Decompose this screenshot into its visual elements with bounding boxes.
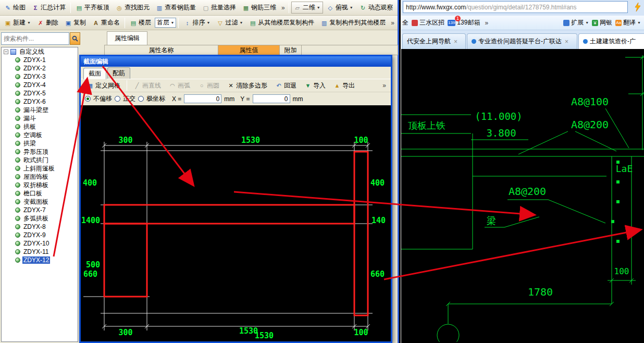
copy-from-floor-button[interactable]: ▤从其他楼层复制构件 <box>246 17 317 29</box>
menu-find-element[interactable]: ◎查找图元 <box>113 2 152 14</box>
tree-item[interactable]: 多弧拱板 <box>2 214 78 223</box>
column-property-name[interactable]: 属性名称 <box>105 45 218 55</box>
tree-item[interactable]: 漏斗 <box>2 114 78 123</box>
menu-rebar-3d[interactable]: ▦钢筋三维 <box>240 2 279 14</box>
menu-batch-select[interactable]: ▢批量选择 <box>200 2 239 14</box>
online-bank-button[interactable]: ¥网银 <box>592 18 612 27</box>
rename-button[interactable]: A重命名 <box>90 17 122 29</box>
tree-item[interactable]: 漏斗梁壁 <box>2 106 78 114</box>
menu-2d-view[interactable]: ▱二维▼ <box>291 2 323 14</box>
tree-item-selected[interactable]: ZDYX-12 <box>2 256 78 264</box>
tree-item[interactable]: 檐口板 <box>2 189 78 198</box>
tree-item[interactable]: ZDYX-9 <box>2 231 78 239</box>
copy-to-floor-button[interactable]: ▥复制构件到其他楼层 <box>318 17 388 29</box>
tree-item[interactable]: 屋面饰板 <box>2 173 78 181</box>
y-label: Y = <box>240 95 250 103</box>
tree-item[interactable]: 拱板 <box>2 123 78 131</box>
tree-root-custom-line[interactable]: −自定义线 <box>2 47 78 56</box>
tab-nav-site[interactable]: 代安全上网导航× <box>402 33 466 49</box>
align-top-icon: ▤ <box>76 4 83 11</box>
menu-top-view[interactable]: ◇俯视▼ <box>324 2 356 14</box>
component-tree: −自定义线 ZDYX-1 ZDYX-2 ZDYX-3 ZDYX-4 ZDYX-5… <box>1 47 78 342</box>
tree-item[interactable]: ZDYX-1 <box>2 56 78 64</box>
draw-circle-button[interactable]: ○画圆 <box>195 80 222 92</box>
dialog-titlebar[interactable]: 截面编辑 <box>81 56 391 67</box>
radio-ortho[interactable] <box>115 96 120 102</box>
section-canvas[interactable]: 300 1530 100 300 1530 1530 100 400 1400 … <box>81 105 391 341</box>
menu-summary-calc[interactable]: Σ汇总计算 <box>29 2 68 14</box>
tree-item[interactable]: ZDYX-11 <box>2 248 78 256</box>
toolbar-overflow-chevron[interactable]: » <box>381 82 388 89</box>
url-bar[interactable]: http://www.fwxgx.com/question/gimq/detai… <box>403 1 628 13</box>
favicon <box>472 39 476 44</box>
component-toolbar: ▣新建▼ ✗删除 ▣复制 A重命名 ▤楼层 首层▼ ↕排序▼ ▽过滤▼ ▤从其他… <box>0 16 398 30</box>
component-icon <box>15 241 20 246</box>
translate-button[interactable]: Aa翻译▼ <box>615 18 641 27</box>
tree-item[interactable]: 异形压顶 <box>2 148 78 156</box>
delete-icon: ✗ <box>37 19 44 27</box>
radio-polar[interactable] <box>138 96 144 102</box>
find-icon: ◎ <box>116 4 123 11</box>
delete-button[interactable]: ✗删除 <box>34 17 61 29</box>
menu-orbit[interactable]: ↻动态观察 <box>357 2 396 14</box>
tree-item[interactable]: ZDYX-10 <box>2 239 78 248</box>
close-icon[interactable]: × <box>453 38 457 45</box>
tree-item[interactable]: ZDYX-4 <box>2 81 78 89</box>
bookmarks-overflow-chevron[interactable]: » <box>483 19 490 27</box>
tree-item[interactable]: ZDYX-3 <box>2 72 78 81</box>
tree-item[interactable]: 欧式拱门 <box>2 156 78 164</box>
cad-viewer[interactable]: 顶板上铁 (11.000) 3.800 A8@100 A8@200 LaE A8… <box>401 49 644 343</box>
tree-item[interactable]: 上斜雨篷板 <box>2 164 78 173</box>
sigma-icon: Σ <box>32 4 39 11</box>
radio-no-offset[interactable] <box>85 96 91 102</box>
tab-property-editor[interactable]: 属性编辑 <box>107 31 147 45</box>
tree-item[interactable]: 空调板 <box>2 131 78 139</box>
new-button[interactable]: ▣新建▼ <box>2 17 33 29</box>
tree-item[interactable]: 双折梯板 <box>2 181 78 189</box>
search-icon <box>72 35 78 42</box>
draw-line-button[interactable]: ╱画直线 <box>131 80 164 92</box>
extensions-button[interactable]: 扩展▼ <box>563 18 589 27</box>
menu-label: 汇总计算 <box>41 3 66 12</box>
import-button[interactable]: ▼导入 <box>302 80 328 92</box>
tree-item[interactable]: 变截面板 <box>2 198 78 206</box>
tab-section[interactable]: 截面 <box>83 68 106 79</box>
bookmark-139-mail[interactable]: 139139邮箱1 <box>448 18 480 27</box>
x-input[interactable] <box>184 94 221 103</box>
filter-button[interactable]: ▽过滤▼ <box>214 17 245 29</box>
tab-qa-platform[interactable]: 专业造价问题答疑平台-广联达× <box>467 33 577 49</box>
column-extra[interactable]: 附加 <box>280 45 302 55</box>
close-icon[interactable]: × <box>564 38 568 45</box>
menu-view-rebar-qty[interactable]: ▥查看钢筋量 <box>153 2 199 14</box>
tree-item[interactable]: ZDYX-6 <box>2 97 78 106</box>
toolbar-overflow-chevron[interactable]: » <box>280 4 287 11</box>
undo-button[interactable]: ↶回退 <box>273 80 299 92</box>
export-button[interactable]: ▲导出 <box>331 80 357 92</box>
draw-arc-button[interactable]: ◠画弧 <box>166 80 193 92</box>
radio-label: 不偏移 <box>93 94 112 103</box>
bookmark-clipped[interactable]: 全 <box>402 18 408 27</box>
column-property-value[interactable]: 属性值 <box>218 45 280 55</box>
toolbar-overflow-chevron[interactable]: » <box>389 19 396 27</box>
floor-select[interactable]: 首层▼ <box>155 18 177 28</box>
tree-item[interactable]: ZDYX-2 <box>2 64 78 72</box>
sort-button[interactable]: ↕排序▼ <box>181 17 213 29</box>
copy-button[interactable]: ▣复制 <box>62 17 89 29</box>
search-input[interactable] <box>1 32 69 45</box>
bookmark-sanshui[interactable]: 三水区招 <box>412 18 444 27</box>
grid-lines <box>83 142 373 330</box>
search-button[interactable] <box>70 32 80 45</box>
tab-construction-cost[interactable]: 土建建筑造价-广 <box>578 33 644 49</box>
tab-rebar[interactable]: 配筋 <box>107 67 130 79</box>
tree-item[interactable]: ZDYX-7 <box>2 206 78 214</box>
menu-draw[interactable]: ✎绘图 <box>2 2 28 14</box>
menu-align-slab-top[interactable]: ▤平齐板顶 <box>73 2 112 14</box>
y-input[interactable] <box>253 94 290 103</box>
tree-item[interactable]: 拱梁 <box>2 139 78 148</box>
tree-item[interactable]: ZDYX-8 <box>2 223 78 231</box>
clear-polygon-button[interactable]: ✕清除多边形 <box>225 80 270 92</box>
define-grid-button[interactable]: ▦定义网格 <box>84 80 123 92</box>
speed-mode-button[interactable] <box>635 3 641 14</box>
tree-item[interactable]: ZDYX-5 <box>2 89 78 97</box>
collapse-icon[interactable]: − <box>4 50 8 54</box>
